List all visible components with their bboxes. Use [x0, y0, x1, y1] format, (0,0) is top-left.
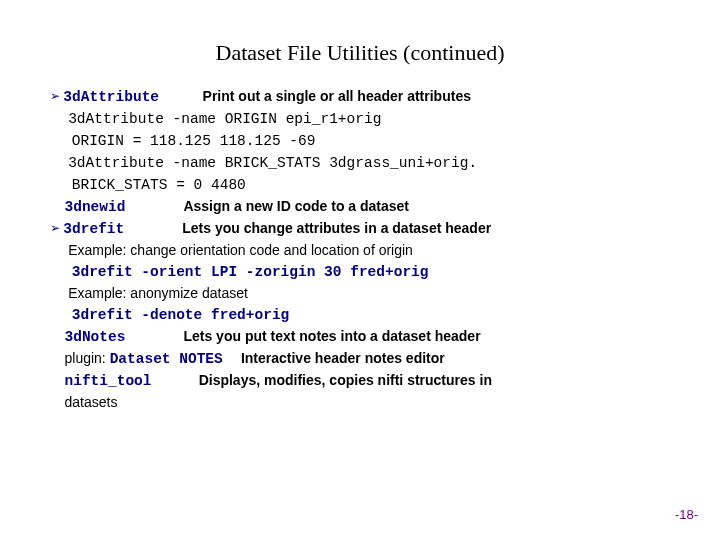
line-refit-denote: 3drefit -denote fred+orig: [50, 304, 670, 326]
desc-plugin: Interactive header notes editor: [241, 350, 445, 366]
cmd-refit-orient: 3drefit -orient LPI -zorigin 30 fred+ori…: [72, 264, 429, 280]
slide-title: Dataset File Utilities (continued): [50, 40, 670, 66]
line-refit-orient: 3drefit -orient LPI -zorigin 30 fred+ori…: [50, 261, 670, 283]
desc-3dnewid: Assign a new ID code to a dataset: [183, 198, 409, 214]
line-attribute: ➢ 3dAttribute Print out a single or all …: [50, 86, 670, 108]
cmd-3dnotes: 3dNotes: [65, 329, 126, 345]
mono-ex2: 3dAttribute -name BRICK_STATS 3dgrass_un…: [68, 155, 477, 171]
content-block: ➢ 3dAttribute Print out a single or all …: [50, 86, 670, 413]
bullet-icon: ➢: [50, 221, 63, 235]
page-number: -18-: [675, 507, 698, 522]
desc-3dattribute: Print out a single or all header attribu…: [203, 88, 471, 104]
line-3drefit: ➢ 3drefit Lets you change attributes in …: [50, 218, 670, 240]
cmd-3dnewid: 3dnewid: [65, 199, 126, 215]
mono-out2: BRICK_STATS = 0 4480: [72, 177, 246, 193]
line-output2: BRICK_STATS = 0 4480: [50, 174, 670, 196]
line-example2: 3dAttribute -name BRICK_STATS 3dgrass_un…: [50, 152, 670, 174]
cmd-3dattribute: 3dAttribute: [63, 89, 159, 105]
desc-3dnotes: Lets you put text notes into a dataset h…: [183, 328, 480, 344]
line-nifti: nifti_tool Displays, modifies, copies ni…: [50, 370, 670, 392]
mono-ex1: 3dAttribute -name ORIGIN epi_r1+orig: [68, 111, 381, 127]
line-plugin: plugin: Dataset NOTES Interactive header…: [50, 348, 670, 370]
line-example1: 3dAttribute -name ORIGIN epi_r1+orig: [50, 108, 670, 130]
desc-nifti: Displays, modifies, copies nifti structu…: [199, 372, 492, 388]
cmd-refit-denote: 3drefit -denote fred+orig: [72, 307, 290, 323]
plain-datasets: datasets: [65, 394, 118, 410]
plain-plugin: plugin:: [65, 350, 110, 366]
cmd-nifti: nifti_tool: [65, 373, 152, 389]
line-example-label1: Example: change orientation code and loc…: [50, 240, 670, 261]
mono-out1: ORIGIN = 118.125 118.125 -69: [72, 133, 316, 149]
cmd-3drefit: 3drefit: [63, 221, 124, 237]
line-nifti2: datasets: [50, 392, 670, 413]
plain-ex2: Example: anonymize dataset: [68, 285, 248, 301]
line-3dnotes: 3dNotes Lets you put text notes into a d…: [50, 326, 670, 348]
plain-ex1: Example: change orientation code and loc…: [68, 242, 413, 258]
bullet-icon: ➢: [50, 89, 63, 103]
line-output1: ORIGIN = 118.125 118.125 -69: [50, 130, 670, 152]
desc-3drefit: Lets you change attributes in a dataset …: [182, 220, 491, 236]
line-3dnewid: 3dnewid Assign a new ID code to a datase…: [50, 196, 670, 218]
line-example-label2: Example: anonymize dataset: [50, 283, 670, 304]
cmd-dataset-notes: Dataset NOTES: [110, 351, 223, 367]
slide: Dataset File Utilities (continued) ➢ 3dA…: [0, 0, 720, 413]
